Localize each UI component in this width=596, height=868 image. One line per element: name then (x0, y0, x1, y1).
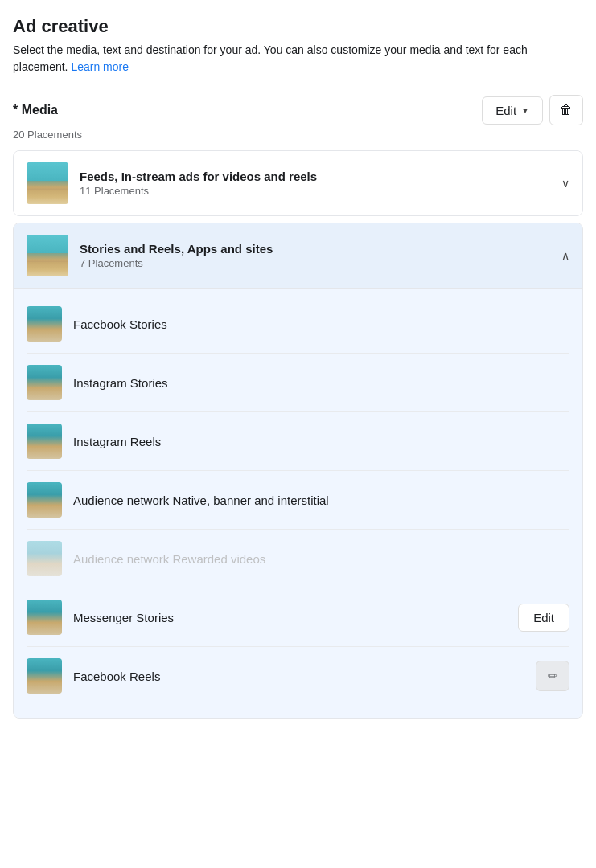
placement-group-stories: Stories and Reels, Apps and sites 7 Plac… (13, 223, 583, 719)
pencil-icon: ✏ (548, 669, 558, 683)
list-item: Instagram Stories (27, 354, 569, 412)
placement-thumb-ig-stories (27, 365, 62, 400)
placement-name-audience-native: Audience network Native, banner and inte… (73, 493, 569, 507)
placement-name-ig-reels: Instagram Reels (73, 435, 569, 448)
media-label-group: * Media (13, 103, 58, 117)
list-item: Facebook Stories (27, 295, 569, 354)
chevron-down-icon: ∨ (561, 177, 569, 190)
beach-thumbnail-sm (27, 482, 62, 518)
list-item: Facebook Reels ✏ (14, 647, 582, 705)
page-description: Select the media, text and destination f… (13, 42, 583, 76)
placement-group-stories-header[interactable]: Stories and Reels, Apps and sites 7 Plac… (14, 223, 582, 288)
placement-group-feeds-sub: 11 Placements (80, 185, 555, 197)
beach-thumbnail-2 (27, 235, 68, 276)
placement-name-fb-stories: Facebook Stories (73, 317, 569, 331)
list-item: Audience network Native, banner and inte… (27, 471, 569, 530)
expanded-placement-list: Facebook Stories Instagram Stories Insta… (14, 288, 582, 718)
media-actions: Edit ▼ 🗑 (482, 95, 583, 125)
media-label: * Media (13, 103, 58, 117)
placement-group-feeds-header[interactable]: Feeds, In-stream ads for videos and reel… (14, 151, 582, 215)
placement-thumb-messenger-stories (27, 600, 62, 635)
chevron-down-icon: ▼ (521, 106, 529, 115)
delete-button[interactable]: 🗑 (549, 95, 583, 125)
placement-thumb-ig-reels (27, 424, 62, 459)
learn-more-link[interactable]: Learn more (71, 60, 129, 73)
placement-group-feeds-thumb (27, 162, 68, 204)
beach-thumbnail-sm (27, 541, 62, 576)
list-item: Audience network Rewarded videos (27, 530, 569, 588)
placement-thumb-audience-rewarded (27, 541, 62, 576)
fb-reels-edit-button[interactable]: ✏ (536, 661, 569, 691)
placement-group-stories-info: Stories and Reels, Apps and sites 7 Plac… (80, 242, 555, 269)
beach-thumbnail-sm (27, 600, 62, 635)
placement-thumb-fb-reels (27, 658, 62, 694)
edit-button-label: Edit (495, 104, 516, 117)
beach-thumbnail-sm (27, 306, 62, 342)
placement-group-stories-sub: 7 Placements (80, 257, 555, 269)
placement-name-fb-reels: Facebook Reels (73, 669, 536, 683)
placement-group-feeds-info: Feeds, In-stream ads for videos and reel… (80, 170, 555, 197)
placement-thumb-fb-stories (27, 306, 62, 342)
placements-count: 20 Placements (13, 129, 583, 141)
list-item: Messenger Stories Edit (27, 588, 569, 647)
placement-group-feeds-title: Feeds, In-stream ads for videos and reel… (80, 170, 555, 183)
beach-thumbnail-sm (27, 365, 62, 400)
placement-group-stories-thumb (27, 235, 68, 276)
placement-group-feeds: Feeds, In-stream ads for videos and reel… (13, 150, 583, 216)
beach-thumbnail (27, 162, 68, 204)
trash-icon: 🗑 (560, 103, 573, 117)
edit-label: Edit (533, 611, 554, 624)
beach-thumbnail-sm (27, 424, 62, 459)
media-header: * Media Edit ▼ 🗑 (13, 95, 583, 125)
page-title: Ad creative (13, 16, 583, 37)
list-item: Instagram Reels (27, 412, 569, 471)
messenger-stories-edit-button[interactable]: Edit (518, 604, 569, 632)
edit-button[interactable]: Edit ▼ (482, 96, 543, 125)
placement-name-audience-rewarded: Audience network Rewarded videos (73, 552, 569, 566)
beach-thumbnail-sm (27, 658, 62, 694)
placement-thumb-audience-native (27, 482, 62, 518)
placement-name-messenger-stories: Messenger Stories (73, 611, 518, 624)
placement-name-ig-stories: Instagram Stories (73, 376, 569, 390)
chevron-up-icon: ∧ (561, 249, 569, 262)
placement-group-stories-title: Stories and Reels, Apps and sites (80, 242, 555, 256)
page-title-section: Ad creative Select the media, text and d… (13, 16, 583, 76)
